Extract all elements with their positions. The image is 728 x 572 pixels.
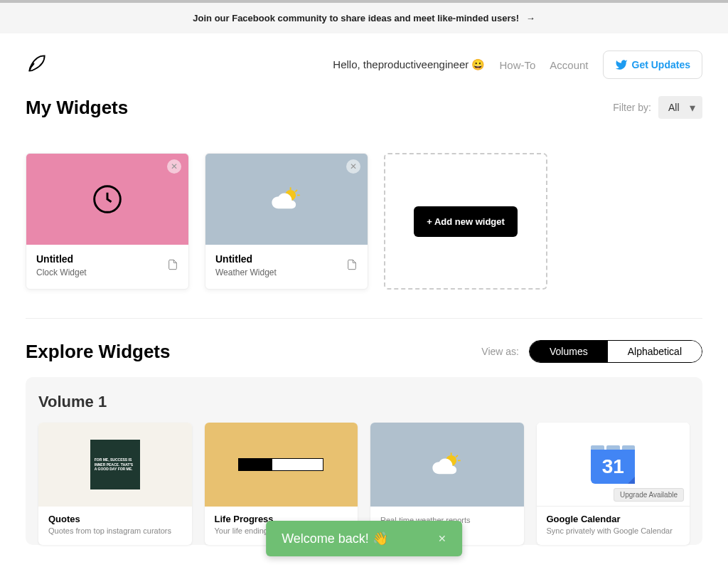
progress-bar-icon [238, 458, 323, 471]
community-banner[interactable]: Join our Facebook community to share ide… [0, 3, 728, 33]
volume-block: Volume 1 FOR ME, SUCCESS IS INNER PEACE.… [26, 377, 702, 545]
banner-text: Join our Facebook community to share ide… [193, 13, 519, 23]
get-updates-button[interactable]: Get Updates [603, 51, 702, 79]
widget-preview: ✕ [205, 154, 368, 245]
volume-title: Volume 1 [38, 393, 690, 411]
header: Hello, theproductiveengineer 😀 How-To Ac… [0, 33, 728, 89]
explore-header: Explore Widgets View as: Volumes Alphabe… [0, 319, 728, 377]
weather-icon [426, 449, 469, 480]
explore-card-quotes[interactable]: FOR ME, SUCCESS IS INNER PEACE. THAT'S A… [38, 423, 192, 545]
my-widgets-title: My Widgets [26, 97, 128, 119]
copy-icon[interactable] [167, 258, 178, 275]
toggle-alphabetical[interactable]: Alphabetical [608, 341, 702, 362]
view-toggle: Volumes Alphabetical [529, 340, 702, 363]
calendar-icon: 31 [591, 445, 635, 484]
my-widgets-grid: ✕ Untitled Clock Widget ✕ Untitled Weath… [0, 136, 728, 311]
preview: FOR ME, SUCCESS IS INNER PEACE. THAT'S A… [38, 423, 192, 507]
toggle-volumes[interactable]: Volumes [530, 341, 608, 362]
toast-text: Welcome back! 👋 [282, 531, 388, 546]
explore-card-google-calendar[interactable]: 31 Upgrade Available Google Calendar Syn… [537, 423, 690, 545]
preview: 31 Upgrade Available [537, 423, 690, 507]
header-right: Hello, theproductiveengineer 😀 How-To Ac… [333, 51, 702, 79]
greeting-text: Hello, theproductiveengineer 😀 [333, 58, 485, 71]
welcome-toast: Welcome back! 👋 ✕ [266, 521, 462, 556]
app-logo[interactable] [26, 52, 48, 78]
widget-subtitle: Clock Widget [36, 268, 178, 277]
copy-icon[interactable] [346, 258, 358, 275]
clock-icon [92, 184, 123, 215]
card-subtitle: Sync privately with Google Calendar [547, 526, 680, 535]
preview [370, 423, 524, 507]
view-as-label: View as: [481, 346, 519, 357]
card-subtitle: Quotes from top instagram curators [48, 526, 182, 535]
filter-label: Filter by: [613, 102, 651, 113]
arrow-right-icon: → [526, 13, 535, 23]
filter-dropdown[interactable]: All [658, 96, 702, 119]
toast-close-icon[interactable]: ✕ [438, 533, 446, 544]
card-title: Quotes [48, 514, 182, 524]
nav-howto[interactable]: How-To [499, 59, 535, 71]
filter-control: Filter by: All [613, 96, 702, 119]
my-widgets-section: My Widgets Filter by: All [0, 89, 728, 119]
widget-card-clock[interactable]: ✕ Untitled Clock Widget [26, 153, 189, 290]
preview [205, 423, 358, 507]
svg-line-3 [295, 190, 297, 192]
card-title: Google Calendar [547, 514, 680, 524]
weather-icon [265, 184, 308, 215]
nav-account[interactable]: Account [550, 59, 588, 71]
widget-title: Untitled [215, 253, 358, 265]
widget-title: Untitled [36, 253, 178, 265]
explore-title: Explore Widgets [26, 341, 170, 363]
add-widget-button[interactable]: + Add new widget [414, 206, 518, 237]
quote-icon: FOR ME, SUCCESS IS INNER PEACE. THAT'S A… [90, 440, 140, 489]
close-icon[interactable]: ✕ [346, 159, 360, 174]
widget-subtitle: Weather Widget [215, 268, 358, 277]
upgrade-badge: Upgrade Available [614, 488, 684, 502]
widget-card-weather[interactable]: ✕ Untitled Weather Widget [205, 153, 368, 290]
twitter-icon [615, 58, 628, 71]
get-updates-label: Get Updates [632, 59, 690, 70]
close-icon[interactable]: ✕ [167, 159, 181, 174]
view-as-control: View as: Volumes Alphabetical [481, 340, 702, 363]
widget-preview: ✕ [26, 154, 188, 245]
add-widget-card[interactable]: + Add new widget [384, 153, 547, 290]
svg-line-7 [456, 455, 458, 457]
